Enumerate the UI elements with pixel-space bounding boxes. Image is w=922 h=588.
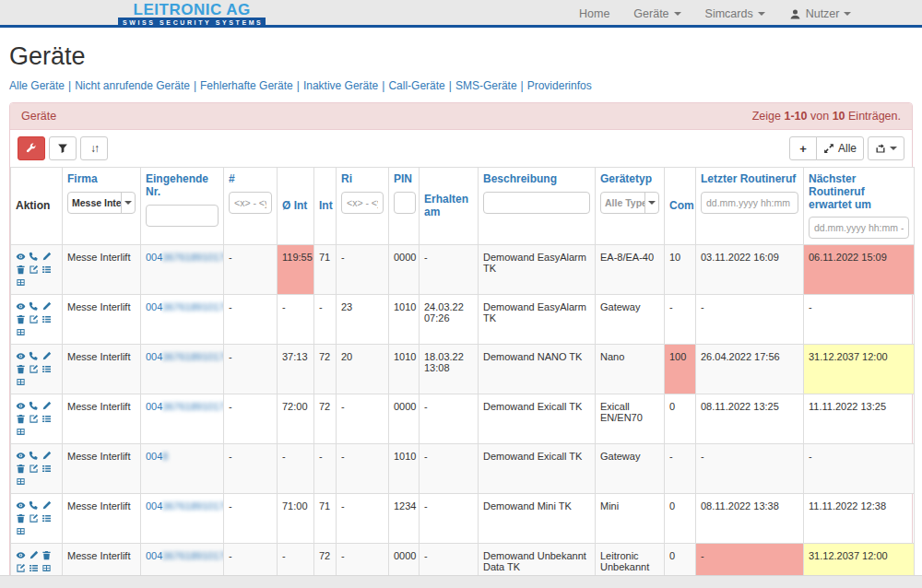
trash-icon[interactable] (16, 513, 26, 523)
incoming-number-link[interactable]: 0043676189101761 (146, 252, 224, 263)
edit-square-icon[interactable] (29, 464, 39, 474)
wrench-button[interactable] (18, 136, 45, 160)
pencil-icon[interactable] (41, 500, 52, 511)
nav-item-geräte[interactable]: Geräte (633, 7, 680, 20)
eye-icon[interactable] (16, 252, 26, 262)
trash-icon[interactable] (16, 364, 26, 374)
eye-icon[interactable] (16, 351, 26, 361)
column-label-com[interactable]: Com (669, 200, 691, 213)
pin-filter-input[interactable] (394, 192, 416, 214)
grid-icon[interactable] (16, 526, 26, 536)
edit-square-icon[interactable] (29, 265, 39, 275)
letzter-filter-input[interactable] (701, 192, 798, 214)
eye-icon[interactable] (16, 401, 26, 411)
export-button[interactable] (868, 136, 904, 160)
list-icon[interactable] (41, 414, 52, 424)
filter-link[interactable]: SMS-Geräte (455, 79, 517, 92)
filter-link[interactable]: Providerinfos (527, 79, 592, 92)
cell-letzter: 03.11.2022 16:09 (696, 245, 804, 295)
column-label-int[interactable]: Int (319, 200, 331, 213)
incoming-number-link[interactable]: 0043676189101762 (146, 500, 224, 512)
column-label-oint[interactable]: Ø Int (282, 200, 309, 213)
pencil-icon[interactable] (41, 351, 52, 361)
incoming-number-link[interactable]: 0043676189101764 (146, 351, 224, 362)
summary-prefix: Zeige (752, 110, 781, 123)
nav-item-home[interactable]: Home (579, 7, 609, 20)
pencil-icon[interactable] (41, 301, 52, 312)
eye-icon[interactable] (16, 550, 26, 560)
pencil-icon[interactable] (41, 451, 52, 461)
edit-square-icon[interactable] (29, 414, 39, 424)
trash-icon[interactable] (41, 550, 52, 560)
cell-aktion (11, 295, 63, 345)
column-label-ri[interactable]: Ri (341, 173, 384, 186)
sort-button[interactable]: ↓↑ (80, 136, 108, 160)
column-label-firma[interactable]: Firma (67, 173, 136, 186)
edit-square-icon[interactable] (29, 513, 39, 523)
grid-icon[interactable] (41, 563, 52, 573)
trash-icon[interactable] (16, 265, 26, 275)
grid-icon[interactable] (16, 327, 26, 337)
incoming-number-link[interactable]: 0043676189101761 (146, 301, 224, 312)
list-icon[interactable] (41, 314, 52, 324)
cell-aktion (11, 444, 63, 494)
column-label-letzter[interactable]: Letzter Routineruf (701, 173, 798, 186)
trash-icon[interactable] (16, 464, 26, 474)
filter-link[interactable]: Alle Geräte (9, 79, 65, 92)
phone-icon[interactable] (29, 301, 39, 312)
naechster-filter-input[interactable] (809, 217, 909, 239)
phone-icon[interactable] (29, 451, 39, 461)
incoming-number-link[interactable]: 0043676189101768 (146, 550, 224, 561)
list-icon[interactable] (41, 464, 52, 474)
typ-filter-select[interactable]: Alle Typen (600, 192, 659, 214)
filter-link[interactable]: Call-Geräte (388, 79, 444, 92)
column-label-pin[interactable]: PIN (394, 173, 414, 186)
nav-item-simcards[interactable]: Simcards (705, 7, 765, 20)
column-label-beschreibung[interactable]: Beschreibung (483, 173, 590, 186)
incoming-number-link[interactable]: 0043676189101736 (146, 401, 224, 412)
nav-item-nutzer[interactable]: Nutzer (789, 7, 852, 20)
filter-link[interactable]: Fehlerhafte Geräte (200, 79, 293, 92)
filter-button[interactable] (49, 136, 77, 160)
cell-incoming-number: 0048 (141, 444, 224, 494)
firma-filter-select[interactable]: Messe Interlift (67, 192, 136, 214)
edit-square-icon[interactable] (29, 314, 39, 324)
phone-icon[interactable] (29, 351, 39, 361)
expand-all-button[interactable]: Alle (816, 136, 864, 160)
grid-icon[interactable] (16, 277, 26, 288)
edit-square-icon[interactable] (16, 563, 26, 573)
column-label-typ[interactable]: Gerätetyp (600, 173, 659, 186)
ri-filter-input[interactable] (341, 192, 384, 214)
column-label-hash[interactable]: # (229, 173, 272, 186)
hash-filter-input[interactable] (229, 192, 272, 214)
pencil-icon[interactable] (29, 550, 39, 560)
list-icon[interactable] (41, 265, 52, 275)
incoming-number-link[interactable]: 0048 (146, 451, 168, 462)
edit-square-icon[interactable] (29, 364, 39, 374)
eye-icon[interactable] (16, 301, 26, 312)
pencil-icon[interactable] (41, 401, 52, 411)
grid-icon[interactable] (16, 476, 26, 487)
pencil-icon[interactable] (41, 252, 52, 262)
filter-link[interactable]: Nicht anrufende Geräte (75, 79, 190, 92)
phone-icon[interactable] (29, 500, 39, 511)
trash-icon[interactable] (16, 414, 26, 424)
list-icon[interactable] (41, 513, 52, 523)
column-label-erhalten[interactable]: Erhalten am (424, 194, 473, 219)
list-icon[interactable] (41, 364, 52, 374)
eye-icon[interactable] (16, 451, 26, 461)
list-icon[interactable] (29, 563, 39, 573)
beschreibung-filter-input[interactable] (483, 192, 590, 214)
add-button[interactable]: + (789, 136, 817, 160)
cell-int: - (314, 444, 337, 494)
filter-link[interactable]: Inaktive Geräte (303, 79, 378, 92)
nr-filter-input[interactable] (146, 205, 219, 227)
column-label-nr[interactable]: Eingehende Nr. (146, 173, 219, 199)
eye-icon[interactable] (16, 500, 26, 511)
grid-icon[interactable] (16, 427, 26, 437)
column-label-naechster[interactable]: Nächster Routineruf erwartet um (809, 173, 909, 211)
grid-icon[interactable] (16, 377, 26, 387)
trash-icon[interactable] (16, 314, 26, 324)
phone-icon[interactable] (29, 252, 39, 262)
phone-icon[interactable] (29, 401, 39, 411)
